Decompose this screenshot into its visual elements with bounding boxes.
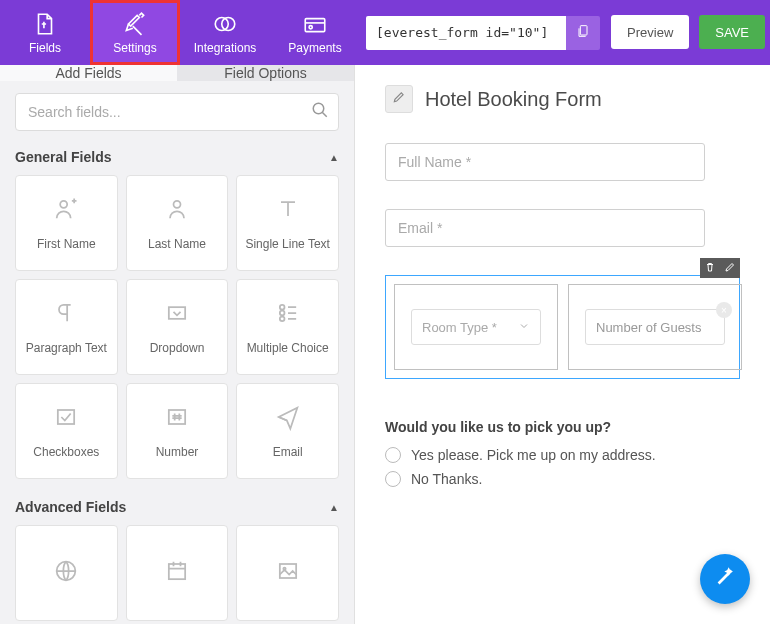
field-label: Multiple Choice: [247, 341, 329, 355]
pickup-no-label: No Thanks.: [411, 471, 482, 487]
room-type-select[interactable]: Room Type *: [411, 309, 541, 345]
field-last-name[interactable]: Last Name: [126, 175, 229, 271]
search-input[interactable]: [15, 93, 339, 131]
fab-button[interactable]: [700, 554, 750, 604]
field-paragraph[interactable]: Paragraph Text: [15, 279, 118, 375]
field-advanced-3[interactable]: [236, 525, 339, 621]
room-type-column[interactable]: Room Type *: [394, 284, 558, 370]
form-preview: Hotel Booking Form Room Type *: [355, 65, 770, 624]
pencil-icon: [392, 90, 406, 108]
send-icon: [274, 403, 302, 435]
section-advanced-label: Advanced Fields: [15, 499, 126, 515]
chevron-down-icon: [518, 320, 530, 335]
clear-icon[interactable]: ×: [716, 302, 732, 318]
field-advanced-2[interactable]: [126, 525, 229, 621]
svg-point-3: [309, 25, 312, 28]
field-label: Checkboxes: [33, 445, 99, 459]
svg-rect-4: [580, 25, 587, 34]
svg-point-7: [173, 201, 180, 208]
delete-field-button[interactable]: [700, 258, 720, 278]
svg-rect-15: [169, 564, 185, 579]
field-label: Dropdown: [150, 341, 205, 355]
save-button[interactable]: SAVE: [699, 15, 765, 49]
field-label: Email: [273, 445, 303, 459]
section-general-fields[interactable]: General Fields ▲: [15, 143, 339, 175]
fields-icon: [32, 11, 58, 37]
field-checkboxes[interactable]: Checkboxes: [15, 383, 118, 479]
selected-field-row[interactable]: Room Type * Number of Guests ×: [385, 275, 740, 379]
nav-fields[interactable]: Fields: [0, 0, 90, 65]
nav-settings-label: Settings: [113, 41, 156, 55]
copy-shortcode-button[interactable]: [566, 16, 600, 50]
field-label: First Name: [37, 237, 96, 251]
number-of-guests-input[interactable]: Number of Guests ×: [585, 309, 725, 345]
pickup-option-no[interactable]: No Thanks.: [385, 471, 740, 487]
field-number[interactable]: Number: [126, 383, 229, 479]
field-label: Number: [156, 445, 199, 459]
person-icon: [163, 195, 191, 227]
caret-up-icon: ▲: [329, 502, 339, 513]
field-advanced-1[interactable]: [15, 525, 118, 621]
globe-icon: [52, 557, 80, 589]
radio-list-icon: [274, 299, 302, 331]
svg-point-5: [313, 103, 324, 114]
dropdown-icon: [163, 299, 191, 331]
text-icon: [274, 195, 302, 227]
sidebar: Add Fields Field Options General Fields …: [0, 65, 355, 624]
shortcode-box: [366, 15, 600, 50]
section-advanced-fields[interactable]: Advanced Fields ▲: [15, 493, 339, 525]
svg-rect-8: [169, 307, 185, 319]
caret-up-icon: ▲: [329, 152, 339, 163]
clipboard-icon: [575, 23, 591, 43]
svg-point-6: [60, 201, 67, 208]
preview-button[interactable]: Preview: [611, 15, 689, 49]
section-general-label: General Fields: [15, 149, 111, 165]
number-of-guests-column[interactable]: Number of Guests ×: [568, 284, 742, 370]
nav-fields-label: Fields: [29, 41, 61, 55]
email-input[interactable]: [385, 209, 705, 247]
svg-rect-13: [169, 410, 185, 424]
field-email[interactable]: Email: [236, 383, 339, 479]
form-title: Hotel Booking Form: [425, 88, 602, 111]
full-name-input[interactable]: [385, 143, 705, 181]
tab-add-fields[interactable]: Add Fields: [0, 65, 177, 81]
svg-point-9: [279, 305, 284, 310]
payments-icon: [302, 11, 328, 37]
image-icon: [274, 557, 302, 589]
magic-wand-icon: [714, 566, 736, 592]
field-label: Paragraph Text: [26, 341, 107, 355]
svg-point-10: [279, 311, 284, 316]
search-icon: [311, 101, 329, 123]
nav-payments[interactable]: Payments: [270, 0, 360, 65]
pickup-yes-label: Yes please. Pick me up on my address.: [411, 447, 656, 463]
radio-icon: [385, 447, 401, 463]
field-label: Last Name: [148, 237, 206, 251]
integrations-icon: [212, 11, 238, 37]
settings-icon: [122, 11, 148, 37]
nav-settings[interactable]: Settings: [90, 0, 180, 65]
room-type-placeholder: Room Type *: [422, 320, 497, 335]
radio-icon: [385, 471, 401, 487]
field-single-line[interactable]: Single Line Text: [236, 175, 339, 271]
svg-rect-12: [58, 410, 74, 424]
field-multiple-choice[interactable]: Multiple Choice: [236, 279, 339, 375]
svg-rect-2: [305, 18, 325, 31]
pickup-question: Would you like us to pick you up?: [385, 419, 740, 435]
pickup-option-yes[interactable]: Yes please. Pick me up on my address.: [385, 447, 740, 463]
nav-integrations[interactable]: Integrations: [180, 0, 270, 65]
paragraph-icon: [52, 299, 80, 331]
calendar-icon: [163, 557, 191, 589]
hash-icon: [163, 403, 191, 435]
field-dropdown[interactable]: Dropdown: [126, 279, 229, 375]
nav-integrations-label: Integrations: [194, 41, 257, 55]
trash-icon: [704, 259, 716, 277]
nav-payments-label: Payments: [288, 41, 341, 55]
edit-field-button[interactable]: [720, 258, 740, 278]
edit-title-button[interactable]: [385, 85, 413, 113]
tab-field-options[interactable]: Field Options: [177, 65, 354, 81]
shortcode-input[interactable]: [366, 16, 566, 50]
field-first-name[interactable]: First Name: [15, 175, 118, 271]
checkbox-icon: [52, 403, 80, 435]
top-toolbar: Fields Settings Integrations Payments Pr…: [0, 0, 770, 65]
svg-point-11: [279, 317, 284, 322]
